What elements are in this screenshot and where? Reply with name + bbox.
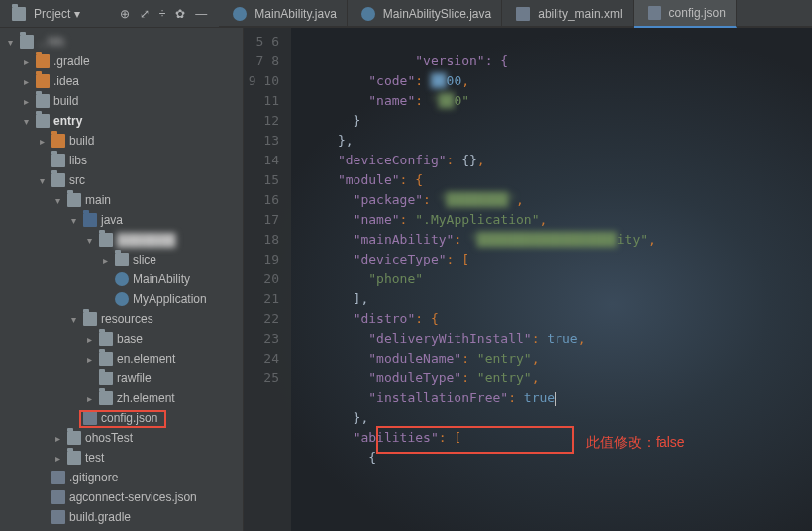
json-key: "package"	[354, 192, 423, 207]
json-value: "entry"	[477, 371, 532, 385]
tab-label: MainAbilitySlice.java	[383, 7, 491, 21]
tree-item-config-json[interactable]: config.json	[0, 408, 243, 428]
code-line: {	[291, 450, 376, 465]
folder-icon	[83, 312, 97, 326]
tree-item-rawfile[interactable]: rawfile	[0, 369, 243, 388]
tree-item-zh-element[interactable]: ▸ zh.element	[0, 388, 243, 408]
tree-item-en-element[interactable]: ▸ en.element	[0, 349, 243, 369]
tree-label: MyApplication	[133, 292, 207, 306]
json-value: ity"	[617, 232, 648, 247]
tree-item-test[interactable]: ▸ test	[0, 448, 243, 468]
chevron-right-icon: ▸	[36, 136, 48, 147]
tree-item-mainability-class[interactable]: MainAbility	[0, 269, 243, 289]
tree-item-ohostest[interactable]: ▸ ohosTest	[0, 428, 243, 448]
code-area[interactable]: "version": { "code": ██00, "name": "██0"…	[291, 28, 812, 531]
chevron-right-icon: ▸	[20, 96, 32, 107]
tree-item-build-gradle[interactable]: build.gradle	[0, 507, 243, 527]
json-value: 00	[447, 73, 462, 88]
json-key: "moduleType"	[368, 371, 461, 385]
tree-item-base[interactable]: ▸ base	[0, 329, 243, 349]
chevron-down-icon: ▾	[4, 37, 16, 48]
tree-label: entry	[53, 114, 82, 128]
tab-config-json[interactable]: config.json	[634, 0, 737, 28]
folder-icon	[99, 372, 113, 385]
folder-icon	[51, 134, 65, 148]
json-value-installationfree: true	[524, 390, 556, 405]
tree-item-agconnect[interactable]: agconnect-services.json	[0, 487, 243, 507]
tree-item-src[interactable]: ▾ src	[0, 170, 243, 190]
tree-root[interactable]: ▾ ...Nfc	[0, 32, 243, 52]
annotation-text: 此值修改：false	[586, 434, 685, 452]
chevron-down-icon: ▾	[67, 215, 79, 226]
file-icon	[516, 7, 530, 21]
tree-label: slice	[133, 253, 156, 266]
json-key: "name"	[354, 212, 400, 227]
tree-item-resources[interactable]: ▾ resources	[0, 309, 243, 329]
tree-item-slice[interactable]: ▸ slice	[0, 250, 243, 269]
project-label: Project	[34, 7, 70, 21]
folder-icon	[67, 451, 81, 465]
target-icon[interactable]: ⊕	[120, 7, 130, 21]
tree-item-package[interactable]: ▾ ███████	[0, 230, 243, 250]
folder-icon	[99, 332, 113, 346]
chevron-down-icon: ▾	[74, 7, 80, 21]
json-value: ".MyApplication"	[415, 212, 539, 227]
tree-label: src	[69, 173, 85, 187]
json-key: "moduleName"	[368, 351, 461, 366]
tab-label: MainAbility.java	[254, 7, 336, 21]
tree-item-gitignore[interactable]: .gitignore	[0, 468, 243, 487]
tree-label: build.gradle	[69, 510, 131, 524]
project-dropdown[interactable]: Project ▾	[0, 0, 88, 27]
folder-icon	[67, 193, 81, 207]
json-key: "distro"	[354, 311, 416, 326]
tab-mainabilityslice[interactable]: MainAbilitySlice.java	[348, 0, 502, 28]
line-gutter: 5 6 7 8 9 10 11 12 13 14 15 16 17 18 19 …	[244, 28, 291, 531]
json-value: {}	[461, 153, 477, 167]
chevron-right-icon: ▸	[20, 76, 32, 87]
folder-icon	[83, 213, 97, 227]
json-key: "installationFree"	[368, 390, 508, 405]
tree-item-entry[interactable]: ▾ entry	[0, 111, 243, 131]
tree-label: libs	[69, 154, 87, 167]
code-line: },	[291, 410, 368, 425]
tree-item-myapplication-class[interactable]: MyApplication	[0, 289, 243, 309]
file-icon	[51, 490, 65, 504]
package-icon	[99, 233, 113, 247]
tree-item-libs[interactable]: libs	[0, 151, 243, 170]
code-line: }	[291, 113, 360, 128]
folder-icon	[20, 35, 34, 49]
chevron-down-icon: ▾	[83, 235, 95, 246]
json-key: "name"	[368, 93, 415, 108]
folder-icon	[67, 431, 81, 445]
file-icon	[83, 411, 97, 425]
tree-label-blur: ...Nfc	[38, 35, 65, 49]
chevron-down-icon: ▾	[67, 314, 79, 325]
expand-icon[interactable]: ⤢	[140, 7, 150, 21]
file-icon	[51, 510, 65, 524]
file-icon	[51, 471, 65, 484]
tree-label: java	[101, 213, 123, 227]
hide-icon[interactable]: —	[195, 7, 207, 21]
tree-item-main[interactable]: ▾ main	[0, 190, 243, 210]
code-editor[interactable]: 5 6 7 8 9 10 11 12 13 14 15 16 17 18 19 …	[244, 28, 812, 531]
json-key: "deliveryWithInstall"	[368, 331, 531, 346]
tree-item-build[interactable]: ▸ build	[0, 91, 243, 111]
tree-label: .idea	[53, 74, 79, 88]
json-key: "module"	[338, 172, 400, 187]
tree-item-gradle[interactable]: ▸ .gradle	[0, 52, 243, 71]
chevron-down-icon: ▾	[20, 116, 32, 127]
tree-item-entry-build[interactable]: ▸ build	[0, 131, 243, 151]
tree-label: config.json	[101, 411, 157, 425]
tab-ability-main-xml[interactable]: ability_main.xml	[502, 0, 633, 28]
tree-item-java[interactable]: ▾ java	[0, 210, 243, 230]
code-line: },	[291, 133, 354, 148]
chevron-right-icon: ▸	[51, 433, 63, 444]
tree-item-idea[interactable]: ▸ .idea	[0, 71, 243, 91]
chevron-right-icon: ▸	[20, 56, 32, 67]
class-icon	[233, 7, 247, 21]
collapse-icon[interactable]: ÷	[159, 7, 166, 21]
tab-mainability[interactable]: MainAbility.java	[219, 0, 347, 28]
project-tree[interactable]: ▾ ...Nfc ▸ .gradle ▸ .idea ▸ build ▾ ent…	[0, 28, 244, 531]
json-key: "code"	[368, 73, 415, 88]
gear-icon[interactable]: ✿	[175, 7, 185, 21]
